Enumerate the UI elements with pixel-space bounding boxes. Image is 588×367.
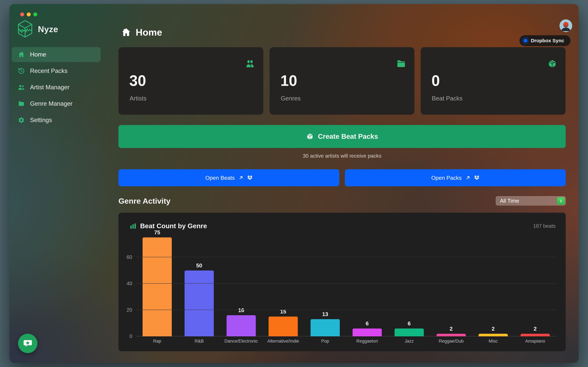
gridline <box>136 310 556 310</box>
window-controls <box>20 12 37 17</box>
app-brand: Nyze <box>17 20 58 39</box>
bar-value-label: 16 <box>238 307 244 313</box>
sidebar-item-settings[interactable]: Settings <box>12 113 101 128</box>
chart-bar <box>226 315 256 336</box>
time-filter-value: All Time <box>500 198 519 204</box>
sidebar-item-label: Settings <box>30 117 52 124</box>
open-beats-button[interactable]: Open Beats <box>119 169 339 186</box>
feedback-fab[interactable] <box>18 334 37 353</box>
x-axis-label: Reggae/Dub <box>427 339 476 344</box>
bar-value-label: 2 <box>450 326 453 332</box>
chart-bar <box>268 317 298 336</box>
chart-bar <box>437 334 466 336</box>
x-axis-label: Reggaeton <box>343 339 392 344</box>
package-icon <box>547 59 557 68</box>
chart-title: Beat Count by Genre <box>140 222 207 230</box>
chart-header: Beat Count by Genre 187 beats <box>130 222 555 230</box>
arrow-up-right-icon <box>465 175 471 180</box>
x-axis-label: Rap <box>133 339 182 344</box>
chart-bar <box>143 237 172 336</box>
bar-slot: 2Amapiano <box>514 229 556 336</box>
sidebar-item-recent-packs[interactable]: Recent Packs <box>12 63 101 78</box>
stat-value: 0 <box>432 73 440 88</box>
create-caption: 30 active artists will receive packs <box>119 153 566 159</box>
x-axis-label: Amapiano <box>510 339 560 344</box>
chat-star-icon <box>23 338 33 349</box>
app-window: Nyze Home Recent Packs Artist Man <box>9 4 579 363</box>
chart-bars: 75Rap50R&B16Dance/Electronic15Alternativ… <box>136 229 556 336</box>
page-header: Home <box>121 27 162 38</box>
sync-status-dot <box>524 39 527 42</box>
open-beats-label: Open Beats <box>205 175 235 181</box>
chart-bar <box>479 334 508 336</box>
chart-bar <box>353 328 382 336</box>
close-button[interactable] <box>20 12 24 17</box>
bar-value-label: 75 <box>154 230 160 235</box>
bar-slot: 15Alternative/Indie <box>262 229 304 336</box>
arrow-up-right-icon <box>238 175 244 180</box>
sidebar: Home Recent Packs Artist Manager Genre <box>12 47 101 129</box>
stat-label: Beat Packs <box>432 95 462 102</box>
bar-chart-icon <box>130 223 136 229</box>
users-icon <box>245 59 255 68</box>
bar-slot: 6Reggaeton <box>346 229 388 336</box>
x-axis-label: R&B <box>174 339 224 344</box>
create-beat-packs-label: Create Beat Packs <box>318 133 378 140</box>
bar-slot: 16Dance/Electronic <box>220 229 262 336</box>
app-name: Nyze <box>38 24 58 34</box>
y-tick-label: 60 <box>119 255 132 260</box>
y-tick-label: 40 <box>119 281 132 286</box>
avatar[interactable] <box>560 19 572 32</box>
chart-panel: Beat Count by Genre 187 beats 75Rap50R&B… <box>119 213 566 351</box>
stat-card-artists: 30 Artists <box>119 47 263 115</box>
zoom-button[interactable] <box>33 12 37 17</box>
gridline <box>136 283 556 284</box>
house-icon <box>121 27 131 37</box>
package-icon <box>306 133 314 140</box>
bar-value-label: 6 <box>366 321 369 326</box>
stat-label: Artists <box>130 95 147 102</box>
open-packs-label: Open Packs <box>431 175 461 181</box>
stat-value: 30 <box>129 73 146 88</box>
dropbox-sync-toggle[interactable]: Dropbox Sync <box>519 35 571 46</box>
genre-activity-header: Genre Activity All Time <box>119 196 566 206</box>
bar-value-label: 2 <box>492 326 495 332</box>
bar-slot: 75Rap <box>136 229 178 336</box>
bar-value-label: 6 <box>408 321 411 326</box>
chart-bar <box>520 334 550 336</box>
bar-slot: 6Jazz <box>388 229 430 336</box>
y-tick-label: 0 <box>119 334 132 339</box>
folder-icon <box>18 100 25 107</box>
genre-activity-title: Genre Activity <box>119 196 171 205</box>
chart-plot: 75Rap50R&B16Dance/Electronic15Alternativ… <box>136 229 556 336</box>
gridline <box>136 257 556 257</box>
sidebar-item-genre-manager[interactable]: Genre Manager <box>12 96 101 111</box>
open-packs-button[interactable]: Open Packs <box>345 169 566 186</box>
users-icon <box>18 84 25 91</box>
app-logo-icon <box>17 20 33 39</box>
x-axis-label: Dance/Electronic <box>216 339 266 344</box>
dropbox-icon <box>474 175 479 180</box>
page-title: Home <box>136 27 162 38</box>
y-tick-label: 20 <box>119 307 132 313</box>
stat-cards: 30 Artists 10 Genres 0 Beat Packs <box>119 47 566 115</box>
chart-bar <box>185 270 214 336</box>
create-beat-packs-button[interactable]: Create Beat Packs <box>119 125 566 148</box>
x-axis-label: Pop <box>301 339 350 344</box>
folder-icon <box>396 59 406 68</box>
sidebar-item-artist-manager[interactable]: Artist Manager <box>12 80 101 95</box>
stat-value: 10 <box>280 73 297 88</box>
bar-slot: 50R&B <box>178 229 220 336</box>
bar-value-label: 50 <box>196 263 202 268</box>
sidebar-item-label: Genre Manager <box>30 100 72 107</box>
sidebar-item-home[interactable]: Home <box>12 47 101 62</box>
select-stepper-icon <box>557 197 565 205</box>
chart-bar <box>311 319 340 336</box>
x-axis-label: Alternative/Indie <box>259 339 308 344</box>
chart-bar <box>395 328 424 336</box>
sidebar-item-label: Recent Packs <box>30 67 68 74</box>
minimize-button[interactable] <box>27 12 31 17</box>
time-filter-select[interactable]: All Time <box>496 196 566 205</box>
history-icon <box>18 67 25 74</box>
dropbox-icon <box>247 175 252 180</box>
